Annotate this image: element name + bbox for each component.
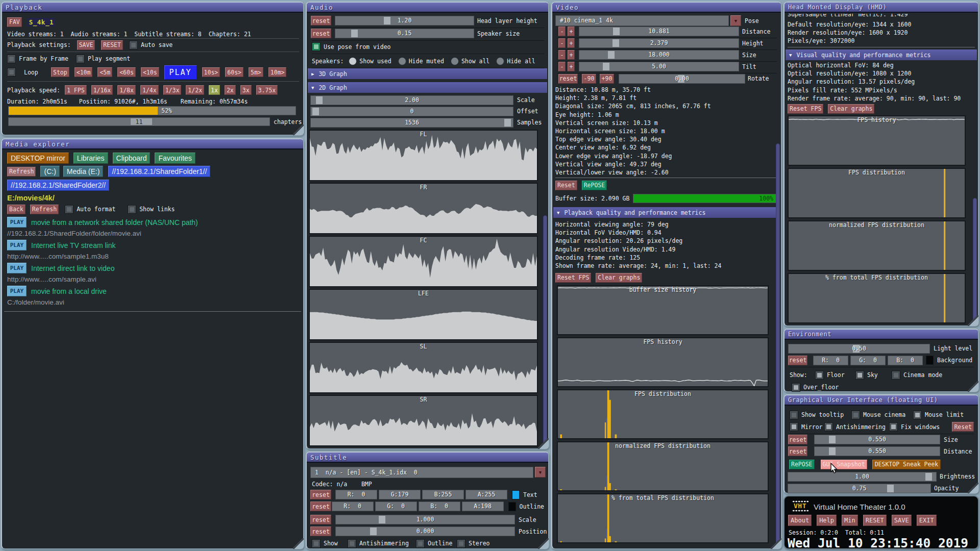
about-about-button[interactable]: About — [788, 515, 812, 526]
subtitle-select[interactable]: 1 n/a - [en] - S_4k_1.idx 0 — [310, 467, 533, 478]
gui-distance-slider-handle[interactable] — [829, 447, 836, 455]
reset-settings-button[interactable]: RESET — [101, 40, 123, 50]
playback-titlebar[interactable]: Playback — [2, 3, 303, 13]
graph-scale-slider-handle[interactable] — [316, 96, 323, 104]
subtitle-show-checkbox[interactable] — [312, 539, 321, 548]
share-2-button[interactable]: //192.168.2.1/SharedFolder2// — [7, 180, 109, 191]
about-min-button[interactable]: Min — [842, 515, 858, 526]
head-layer-height-slider[interactable]: 1.20 — [335, 16, 474, 26]
subtitle-dropdown-button[interactable]: ▼ — [535, 467, 546, 478]
subtitle-scale-slider[interactable]: 1.000 — [335, 515, 515, 524]
graph-offset-slider-handle[interactable] — [312, 108, 319, 115]
show-used-radio[interactable] — [349, 57, 357, 65]
loop-checkbox[interactable] — [7, 68, 16, 77]
media-refresh2-button[interactable]: Refresh — [30, 205, 59, 214]
seek-back-60s-button[interactable]: <60s — [117, 67, 136, 77]
hide-muted-radio[interactable] — [398, 57, 406, 65]
gui-opacity-slider-handle[interactable] — [887, 485, 894, 492]
speed-1-FPS-button[interactable]: 1 FPS — [65, 85, 87, 95]
env-floor-checkbox[interactable] — [815, 371, 824, 380]
seek-fwd-5m-button[interactable]: 5m> — [249, 67, 263, 77]
about-help-button[interactable]: Help — [817, 515, 837, 526]
subtitle-position-reset-button[interactable]: reset — [310, 527, 331, 536]
gui-mouse-limit-checkbox[interactable] — [913, 411, 922, 419]
use-pose-checkbox[interactable] — [312, 42, 321, 51]
about-save-button[interactable]: SAVE — [892, 515, 912, 526]
auto-format-checkbox[interactable] — [65, 205, 74, 214]
env-bg-r-field[interactable]: R: 0 — [813, 356, 848, 365]
media-item-1-label[interactable]: Internet live TV stream link — [31, 241, 115, 249]
graph-offset-slider[interactable]: 0 — [310, 107, 513, 116]
video-height-plus-button[interactable]: + — [568, 38, 575, 48]
resize-grip-icon[interactable] — [771, 538, 781, 549]
outline-a-field[interactable]: A:198 — [462, 502, 504, 511]
graph-samples-slider-handle[interactable] — [504, 119, 511, 127]
pose-select[interactable]: #10 cinema_1 4k — [555, 15, 729, 26]
video-distance-slider[interactable]: 10.881 — [579, 27, 739, 36]
subtitle-stereo-checkbox[interactable] — [457, 539, 465, 548]
seek-back-10m-button[interactable]: <10m — [75, 67, 93, 77]
text-r-field[interactable]: R: 0 — [335, 490, 377, 499]
graph-scale-slider[interactable]: 2.00 — [310, 95, 513, 105]
env-bg-g-field[interactable]: G: 0 — [850, 356, 886, 365]
speaker-size-slider[interactable]: 0.15 — [335, 29, 474, 38]
hide-all-radio[interactable] — [496, 57, 504, 65]
video-distance-minus-button[interactable]: - — [558, 27, 566, 36]
audio-reset-0-button[interactable]: reset — [311, 16, 331, 26]
gui-repose-button[interactable]: RePOSE — [789, 460, 815, 469]
video-distance-plus-button[interactable]: + — [568, 27, 575, 36]
gui-mirror-checkbox[interactable] — [790, 422, 798, 431]
gui-reset-button[interactable]: Reset — [952, 422, 974, 432]
outline-g-field[interactable]: G: 0 — [375, 502, 417, 511]
subtitle-position-slider-handle[interactable] — [370, 528, 377, 535]
video-rotate-slider-handle[interactable] — [678, 75, 684, 83]
video-size-slider-handle[interactable] — [608, 51, 615, 59]
resize-grip-icon[interactable] — [968, 483, 978, 493]
subtitle-antishimmering-checkbox[interactable] — [348, 539, 356, 548]
gui-antishimmering-checkbox[interactable] — [824, 422, 833, 431]
seek-fwd-60s-button[interactable]: 60s> — [225, 67, 243, 77]
gui-opacity-slider[interactable]: 0.75 — [788, 484, 931, 493]
video-height-slider[interactable]: 2.379 — [579, 38, 739, 48]
video-distance-slider-handle[interactable] — [613, 28, 620, 35]
video-tilt-slider[interactable]: 5.00 — [579, 62, 739, 71]
resize-grip-icon[interactable] — [293, 124, 304, 135]
gui-size-slider[interactable]: 0.550 — [814, 435, 940, 444]
env-reset-button[interactable]: reset — [788, 356, 807, 365]
env-cinema-mode-checkbox[interactable] — [892, 371, 900, 380]
env-bg-b-field[interactable]: B: 0 — [888, 356, 923, 365]
video-rotate-m90-button[interactable]: -90 — [582, 74, 596, 84]
env-sky-checkbox[interactable] — [855, 371, 864, 380]
gui-titlebar[interactable]: Graphical User Interface (floating UI) — [785, 395, 978, 406]
share-1-button[interactable]: //192.168.2.1/SharedFolder1// — [108, 166, 210, 177]
play-segment-checkbox[interactable] — [76, 55, 85, 63]
audio-scrollbar-thumb[interactable] — [543, 215, 547, 446]
resize-grip-icon[interactable] — [293, 538, 304, 549]
speed-3x-button[interactable]: 3x — [240, 85, 252, 95]
text-g-field[interactable]: G:179 — [379, 490, 421, 499]
gui-size-slider-handle[interactable] — [829, 436, 836, 443]
gui-size-reset-button[interactable]: reset — [788, 435, 807, 444]
video-metrics-header[interactable]: ▼Playback quality and performance metric… — [553, 207, 780, 218]
speed-1-8x-button[interactable]: 1/8x — [117, 85, 136, 95]
video-repose-button[interactable]: RePOSE — [582, 181, 607, 190]
speed-1x-button[interactable]: 1x — [209, 85, 220, 95]
frame-by-frame-checkbox[interactable] — [7, 55, 16, 63]
tab-favourites[interactable]: Favourites — [155, 153, 195, 164]
subtitle-outline-checkbox[interactable] — [416, 539, 425, 548]
graph-samples-slider[interactable]: 1536 — [310, 118, 513, 128]
video-tilt-minus-button[interactable]: - — [558, 62, 566, 71]
media-item-3-label[interactable]: movie from a local drive — [31, 287, 107, 295]
save-settings-button[interactable]: SAVE — [77, 40, 95, 50]
media-refresh-button[interactable]: Refresh — [7, 167, 36, 177]
gui-mouse-cinema-checkbox[interactable] — [851, 411, 860, 419]
play-item-3-button[interactable]: PLAY — [7, 286, 27, 296]
hmd-metrics-header[interactable]: ▼Visual quality and performance metrics — [786, 49, 977, 60]
resize-grip-icon[interactable] — [968, 315, 978, 326]
text-b-field[interactable]: B:255 — [422, 490, 464, 499]
hmd-clear-graphs-button[interactable]: Clear graphs — [828, 104, 874, 114]
stop-button[interactable]: Stop — [51, 67, 69, 77]
env-bg-color-swatch[interactable] — [926, 356, 934, 365]
hmd-reset-fps-button[interactable]: Reset FPS — [788, 104, 823, 114]
audio-2d-graph-header[interactable]: ▼2D Graph — [308, 82, 547, 93]
